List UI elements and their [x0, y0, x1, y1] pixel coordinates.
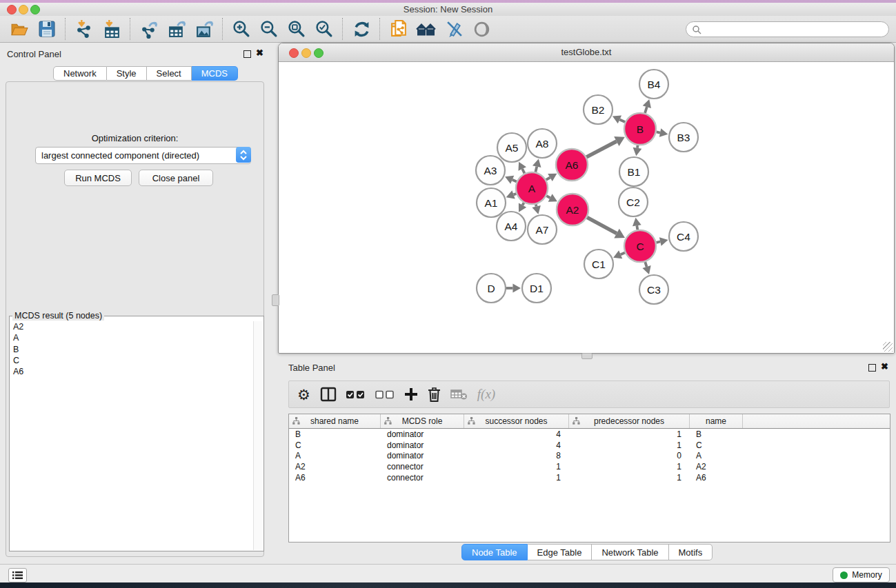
cell-successors[interactable]: 1	[464, 461, 569, 472]
cell-mcds-role[interactable]: dominator	[381, 429, 464, 440]
panel-list-button[interactable]	[8, 568, 27, 582]
deselect-checks-icon[interactable]	[375, 384, 395, 405]
graph-edge[interactable]	[514, 194, 517, 194]
resize-grip-icon[interactable]	[883, 342, 893, 352]
cybrowser-home-icon[interactable]	[412, 17, 440, 41]
cell-predecessors[interactable]: 1	[569, 440, 690, 451]
column-header-mcds-role[interactable]: MCDS role	[381, 414, 464, 428]
column-header-successor-nodes[interactable]: successor nodes	[464, 414, 569, 428]
horizontal-split-handle[interactable]	[581, 353, 593, 359]
list-item[interactable]: B	[10, 344, 254, 355]
close-panel-icon[interactable]: ✖	[256, 48, 263, 58]
graph-edge[interactable]	[587, 217, 617, 233]
memory-button[interactable]: Memory	[833, 567, 890, 582]
tab-network[interactable]: Network	[53, 66, 107, 81]
select-all-checks-icon[interactable]	[346, 384, 366, 405]
cell-mcds-role[interactable]: connector	[381, 472, 464, 483]
float-table-panel-icon[interactable]	[868, 364, 876, 372]
column-header-predecessor-nodes[interactable]: predecessor nodes	[569, 414, 690, 428]
zoom-out-icon[interactable]	[255, 17, 283, 41]
cell-predecessors[interactable]: 1	[569, 429, 690, 440]
network-graph[interactable]: B4B2BB3A5A8A6A3AB1A1A2C2A4A7C4CC1C3DD1	[279, 62, 894, 353]
tab-style[interactable]: Style	[107, 66, 147, 81]
graph-edge[interactable]	[512, 180, 517, 182]
graph-edge[interactable]	[586, 141, 617, 157]
close-network-window-button[interactable]	[289, 48, 299, 58]
cell-predecessors[interactable]: 1	[569, 461, 690, 472]
tab-motifs[interactable]: Motifs	[669, 544, 713, 560]
tab-select[interactable]: Select	[147, 66, 192, 81]
table-row[interactable]: A dominator 8 0 A	[289, 451, 890, 462]
cell-successors[interactable]: 4	[464, 429, 569, 440]
cell-shared-name[interactable]: B	[289, 429, 381, 440]
cell-name[interactable]: A6	[690, 472, 743, 483]
zoom-selected-icon[interactable]	[310, 17, 338, 41]
tab-network-table[interactable]: Network Table	[592, 544, 668, 560]
minimize-network-window-button[interactable]	[301, 48, 311, 58]
cell-predecessors[interactable]: 0	[569, 451, 690, 462]
import-table-icon[interactable]	[98, 17, 126, 41]
cell-shared-name[interactable]: A6	[289, 472, 381, 483]
table-row[interactable]: C dominator 4 1 C	[289, 440, 890, 451]
close-window-button[interactable]	[7, 5, 17, 14]
close-panel-button[interactable]: Close panel	[139, 170, 213, 186]
maximize-network-window-button[interactable]	[314, 48, 323, 58]
gear-icon[interactable]: ⚙	[297, 384, 310, 405]
table-row[interactable]: A6 connector 1 1 A6	[289, 472, 890, 483]
hide-annotations-icon[interactable]	[440, 17, 468, 41]
import-network-icon[interactable]	[70, 17, 98, 41]
cell-predecessors[interactable]: 1	[569, 472, 690, 483]
float-panel-icon[interactable]	[243, 50, 251, 58]
graph-edge[interactable]	[536, 204, 537, 206]
table-row[interactable]: A2 connector 1 1 A2	[289, 461, 890, 472]
graph-edge[interactable]	[656, 241, 660, 242]
graph-edge[interactable]	[522, 169, 524, 173]
cell-name[interactable]: B	[690, 429, 743, 440]
delete-column-icon[interactable]	[428, 384, 441, 405]
graph-edge[interactable]	[645, 107, 647, 113]
optimization-criterion-dropdown[interactable]: largest connected component (directed)	[35, 147, 251, 164]
list-item[interactable]: A6	[10, 366, 254, 377]
graph-edge[interactable]	[546, 177, 550, 179]
cell-name[interactable]: A2	[690, 461, 743, 472]
table-row[interactable]: B dominator 4 1 B	[289, 429, 890, 440]
column-header-shared-name[interactable]: shared name	[289, 414, 381, 428]
split-columns-icon[interactable]	[320, 384, 337, 405]
export-image-icon[interactable]	[190, 17, 218, 41]
cell-successors[interactable]: 8	[464, 451, 569, 462]
search-input[interactable]	[701, 24, 888, 35]
graph-edge[interactable]	[546, 196, 550, 198]
search-field[interactable]	[686, 21, 889, 37]
graph-edge[interactable]	[621, 253, 625, 255]
tab-node-table[interactable]: Node Table	[461, 544, 528, 560]
column-header-name[interactable]: name	[690, 414, 743, 428]
cell-name[interactable]: C	[690, 440, 743, 451]
graph-edge[interactable]	[657, 132, 660, 132]
close-table-panel-icon[interactable]: ✖	[881, 361, 888, 372]
cell-mcds-role[interactable]: dominator	[381, 451, 464, 462]
graph-edge[interactable]	[637, 225, 637, 230]
graph-edge[interactable]	[645, 262, 646, 267]
zoom-in-icon[interactable]	[228, 17, 255, 41]
cell-shared-name[interactable]: A	[289, 451, 381, 462]
cell-shared-name[interactable]: A2	[289, 461, 381, 472]
cell-mcds-role[interactable]: dominator	[381, 440, 464, 451]
cell-shared-name[interactable]: C	[289, 440, 381, 451]
tab-mcds[interactable]: MCDS	[192, 66, 238, 81]
list-item[interactable]: C	[10, 355, 254, 366]
network-canvas[interactable]: B4B2BB3A5A8A6A3AB1A1A2C2A4A7C4CC1C3DD1	[279, 62, 894, 353]
graph-edge[interactable]	[535, 167, 537, 172]
new-network-from-file-icon[interactable]	[385, 17, 412, 41]
cell-successors[interactable]: 4	[464, 440, 569, 451]
open-session-icon[interactable]	[6, 17, 33, 41]
export-table-icon[interactable]	[163, 17, 190, 41]
minimize-window-button[interactable]	[19, 5, 28, 14]
graph-edge[interactable]	[637, 145, 638, 148]
maximize-window-button[interactable]	[30, 5, 40, 14]
cell-name[interactable]: A	[690, 451, 743, 462]
graphics-details-icon[interactable]	[468, 17, 495, 41]
refresh-icon[interactable]	[348, 17, 375, 41]
result-scrollbar[interactable]	[253, 321, 263, 550]
graph-edge[interactable]	[523, 203, 524, 205]
list-item[interactable]: A2	[10, 321, 254, 332]
